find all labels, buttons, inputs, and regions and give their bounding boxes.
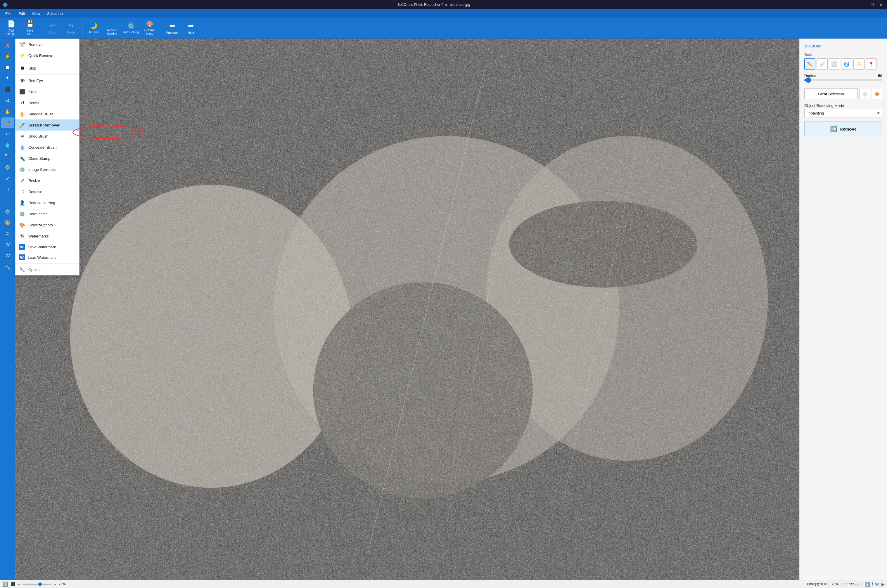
select-file-icon: ⬜ [863,92,867,96]
retouching-button[interactable]: ⚙️ Retouching [122,19,140,37]
dropdown-reduce-blurring[interactable]: 👤 Reduce blurring [15,197,79,208]
menu-edit[interactable]: Edit [15,10,28,17]
clear-selection-area: Clear Selection ⬜ 🎨 [804,88,882,99]
tool-image-correction[interactable]: ⚙️ [1,162,14,172]
select-color-btn[interactable]: 🎨 [872,89,882,99]
tool-options[interactable]: 🔧 [1,262,14,272]
tool-colorize[interactable]: 🎨 [1,218,14,228]
dropdown-image-correction[interactable]: ⚙️ Image Correction [15,164,79,175]
load-watermark-icon: W [19,254,25,260]
menu-file[interactable]: File [2,10,14,17]
brush-tool-btn[interactable]: ✏️ [804,58,815,69]
tool-watermarks[interactable]: © [1,228,14,239]
panel-title: Remove [804,43,882,48]
dropdown-quick-remove[interactable]: ⚡ Quick Remove [15,50,79,61]
dimensions-label: 1172x663 [844,582,860,586]
add-files-button[interactable]: 📄 AddFile(s)... [2,19,20,37]
previous-label: Previous [166,31,179,34]
previous-button[interactable]: ⬅ Previous [163,19,181,37]
dropdown-sep-3 [15,263,79,264]
tool-smudge-brush[interactable]: ✋ [1,106,14,117]
tool-red-eye[interactable]: 👁 [1,73,14,84]
remove-arrow-icon: ➡️ [830,125,837,132]
reduce-blurring-button[interactable]: 👤 Reduceblurring [104,19,121,37]
colorize-label: Colorizephoto [144,28,155,36]
dropdown-remove[interactable]: ✂️ Remove [15,39,79,50]
zoom-thumb[interactable] [38,582,42,586]
dropdown-crop[interactable]: ⬛ Crop [15,86,79,97]
select-from-file-btn[interactable]: ⬜ [860,89,870,99]
tool-crop[interactable]: ⬛ [1,84,14,94]
tool-concealer-brush[interactable]: 💧 [1,140,14,150]
youtube-icon[interactable]: ▶ [881,582,885,586]
dropdown-options[interactable]: 🔧 Options [15,264,79,275]
tool-reduce-blurring[interactable]: 👤 [1,195,14,206]
select-color-icon: 🎨 [875,92,880,96]
dropdown-load-watermark[interactable]: W Load Watermark [15,252,79,262]
dropdown-red-eye[interactable]: 👁️ Red Eye [15,75,79,86]
tool-denoise[interactable]: ☽ [1,184,14,195]
zoom-track[interactable] [22,584,51,585]
dropdown-concealer-brush[interactable]: 💧 Concealer Brush [15,142,79,153]
status-plus[interactable]: + [54,582,56,586]
mode-select[interactable]: Inpainting Content-Aware Fill Texture Sy… [804,109,882,117]
save-as-button[interactable]: 💾 Saveas... [21,19,39,37]
resize-icon: ⤢ [19,177,26,184]
menu-selection[interactable]: Selection [44,10,65,17]
radius-slider[interactable] [804,79,882,81]
undo-button[interactable]: ↩ Undo [44,19,61,37]
stamp-tool-btn[interactable]: 📍 [866,58,877,69]
next-button[interactable]: ➡ Next [182,19,200,37]
tool-rotate[interactable]: ↺ [1,95,14,106]
maximize-button[interactable]: □ [869,2,875,8]
status-sep-2: | [841,582,842,586]
twitter-icon[interactable]: 🐦 [875,582,880,586]
dropdown-denoise[interactable]: ☽ Denoise [15,186,79,197]
red-eye-label: Red Eye [29,79,43,83]
dropdown-scratch-remover[interactable]: 🖌️ Scratch Remover [15,120,79,130]
dropdown-smudge-brush[interactable]: ✋ Smudge Brush [15,108,79,120]
retouching-icon: ⚙️ [128,22,135,29]
dropdown-colorize-photo[interactable]: 🎨 Colorize photo [15,219,79,231]
tool-load-watermark[interactable]: W [1,250,14,261]
facebook-icon[interactable]: f [872,582,873,586]
next-icon: ➡ [188,22,194,30]
close-button[interactable]: ✕ [878,2,885,8]
stop-icon: ⏹ [19,65,26,71]
tool-save-watermark[interactable]: W [1,240,14,250]
tool-resize[interactable]: ⤢ [1,173,14,183]
denoise-button[interactable]: 🌙 Denoise [85,19,102,37]
dropdown-clone-stamp[interactable]: 🔦 Clone Stamp [15,153,79,164]
rect-select-btn[interactable]: ⬜ [829,58,840,69]
canvas-area[interactable] [15,39,799,580]
tool-retouching-side[interactable]: ⚙️ [1,206,14,217]
tool-undo-brush[interactable]: ↩ [1,129,14,139]
tool-remove[interactable]: ✂️ [1,40,14,50]
colorize-button[interactable]: 🎨 Colorizephoto [141,19,158,37]
tool-scratch-remover[interactable]: 🖌️ [1,117,14,128]
dropdown-rotate[interactable]: ↺ Rotate [15,97,79,108]
dropdown-undo-brush[interactable]: ↩ Undo Brush [15,130,79,142]
redo-button[interactable]: ↪ Redo [62,19,80,37]
dropdown-menu: ✂️ Remove ⚡ Quick Remove ⏹ Stop 👁️ Red E… [15,39,80,276]
dropdown-retouching[interactable]: ⚙️ Retouching [15,208,79,219]
magic-wand-btn[interactable]: ✨ [853,58,864,69]
eraser-tool-btn[interactable]: 🩹 [816,58,828,69]
tool-clone-stamp[interactable]: 🔦 [1,151,14,161]
remove-button[interactable]: ➡️ Remove [804,122,882,136]
dropdown-resize[interactable]: ⤢ Resize [15,175,79,186]
tool-stop[interactable]: ⏹ [1,62,14,72]
dropdown-watermarks[interactable]: © Watermarks [15,231,79,242]
dropdown-stop[interactable]: ⏹ Stop [15,63,79,74]
info-circle-icon[interactable]: ℹ️ [865,582,870,586]
clear-selection-button[interactable]: Clear Selection [804,88,858,99]
radius-slider-thumb[interactable] [806,77,811,82]
minimize-button[interactable]: — [860,2,867,8]
title-bar: 🔷 SoftOrbits Photo Retoucher Pro - old-p… [0,0,887,9]
menu-view[interactable]: View [29,10,43,17]
reduce-blurring-label: Reduceblurring [107,28,117,36]
dropdown-save-watermark[interactable]: W Save Watermark [15,242,79,252]
lasso-tool-btn[interactable]: 🌀 [841,58,852,69]
status-minus[interactable]: − [18,582,20,586]
tool-quick-remove[interactable]: ⚡ [1,51,14,62]
